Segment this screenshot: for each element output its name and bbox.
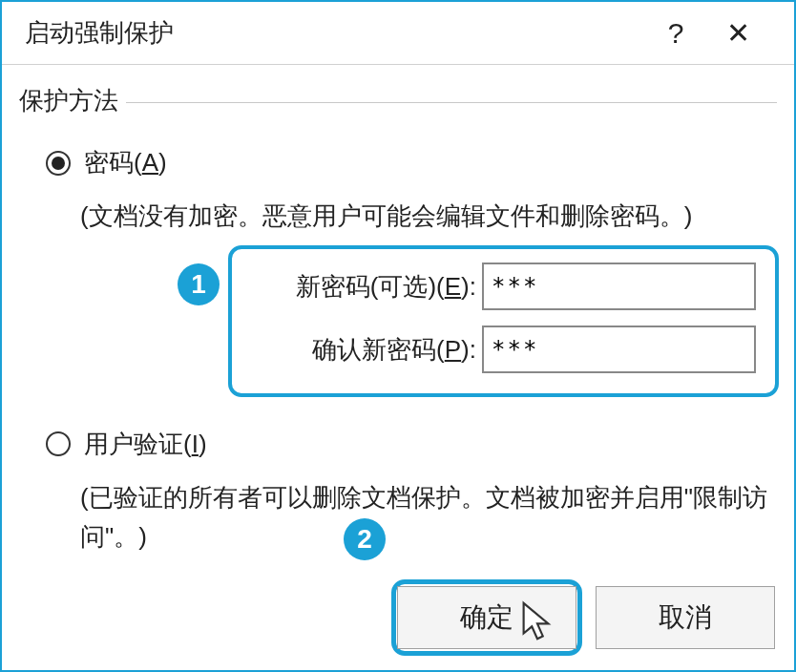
dialog-start-enforcing-protection: 启动强制保护 ? ✕ 保护方法 密码(A) (文档没有加密。恶意用户可能会编辑文… [0,0,796,672]
dialog-title: 启动强制保护 [25,16,647,50]
group-divider [126,102,777,103]
annotation-callout-1: 1 [178,263,220,305]
accelerator-key: P [445,335,461,364]
row-confirm-password: 确认新密码(P): [232,326,775,373]
text: ): [461,272,476,301]
dialog-content: 保护方法 密码(A) (文档没有加密。恶意用户可能会编辑文件和删除密码。) 1 … [2,65,794,557]
titlebar: 启动强制保护 ? ✕ [2,2,794,65]
close-button[interactable]: ✕ [704,16,771,50]
radio-user-auth-label[interactable]: 用户验证(I) [84,428,207,461]
annotation-callout-2: 2 [344,518,386,560]
radio-row-password: 密码(A) [46,146,777,179]
password-description: (文档没有加密。恶意用户可能会编辑文件和删除密码。) [80,197,777,237]
label-new-password: 新密码(可选)(E): [232,270,482,304]
text: ) [199,430,207,458]
text: 密码( [84,148,142,177]
cancel-button[interactable]: 取消 [596,586,775,649]
radio-password[interactable] [46,151,71,176]
text: ) [158,148,167,177]
accelerator-key: E [445,272,461,301]
cursor-icon [520,600,555,644]
accelerator-key: A [142,148,158,177]
ok-button-wrap: 确定 [397,586,576,649]
user-auth-description: (已验证的所有者可以删除文档保护。文档被加密并启用"限制访问"。) [80,478,777,557]
row-new-password: 新密码(可选)(E): [232,262,775,310]
input-confirm-password[interactable] [482,326,756,373]
radio-user-auth[interactable] [46,431,71,456]
dialog-button-row: 确定 取消 [397,586,775,649]
radio-password-label[interactable]: 密码(A) [84,146,167,179]
password-fields-highlight: 新密码(可选)(E): 确认新密码(P): [228,245,779,397]
accelerator-key: I [192,430,199,458]
text: 新密码(可选)( [296,272,445,301]
radio-row-user-auth: 用户验证(I) [46,428,777,461]
help-button[interactable]: ? [647,17,704,50]
text: ): [461,335,476,364]
label-confirm-password: 确认新密码(P): [232,333,482,367]
group-label-protection-method: 保护方法 [19,84,126,117]
input-new-password[interactable] [482,262,756,310]
ok-button[interactable]: 确定 [397,586,576,649]
text: 确认新密码( [312,335,445,364]
ok-button-label: 确定 [460,599,513,636]
text: 用户验证( [84,430,192,458]
